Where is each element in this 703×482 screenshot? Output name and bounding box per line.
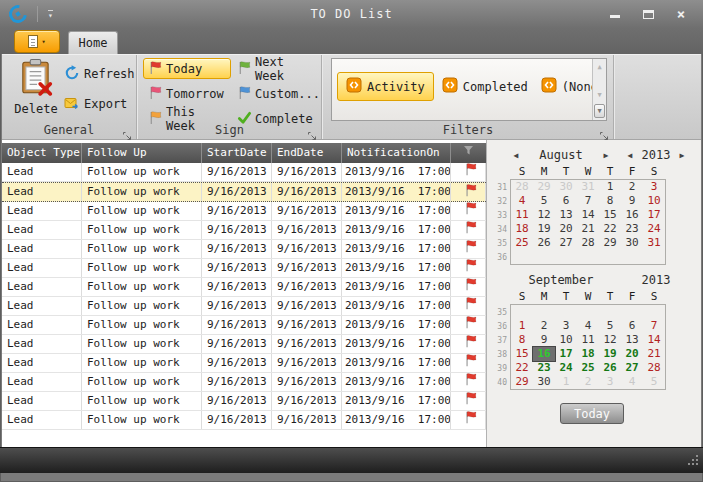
dialog-launcher-icon[interactable] (307, 126, 317, 136)
day-cell[interactable]: 2 (621, 180, 643, 194)
year-prev-button[interactable]: ◀ (623, 151, 637, 160)
day-cell[interactable]: 2 (533, 319, 555, 333)
day-cell[interactable]: 5 (599, 319, 621, 333)
tab-home[interactable]: Home (68, 31, 118, 54)
day-cell[interactable]: 31 (643, 236, 665, 250)
day-cell[interactable]: 10 (555, 333, 577, 347)
day-cell[interactable]: 27 (555, 236, 577, 250)
day-cell[interactable]: 30 (555, 180, 577, 194)
table-row[interactable]: LeadFollow up work9/16/20139/16/20132013… (2, 278, 486, 297)
table-row[interactable]: LeadFollow up work9/16/20139/16/20132013… (2, 259, 486, 278)
table-row[interactable]: LeadFollow up work9/16/20139/16/20132013… (2, 411, 486, 430)
day-cell[interactable]: 5 (533, 194, 555, 208)
day-cell[interactable]: 23 (621, 222, 643, 236)
filter-item-activity[interactable]: Activity (337, 72, 434, 101)
day-cell[interactable]: 25 (577, 361, 599, 375)
table-row[interactable]: LeadFollow up work9/16/20139/16/20132013… (2, 297, 486, 316)
day-cell[interactable]: 2 (577, 375, 599, 389)
day-cell[interactable]: 3 (599, 375, 621, 389)
day-cell[interactable]: 5 (643, 375, 665, 389)
application-menu-button[interactable]: ▾ (14, 30, 60, 53)
day-cell[interactable]: 14 (577, 208, 599, 222)
day-cell[interactable]: 6 (621, 319, 643, 333)
table-row[interactable]: LeadFollow up work9/16/20139/16/20132013… (2, 163, 486, 182)
day-cell[interactable]: 13 (621, 333, 643, 347)
day-cell[interactable]: 19 (533, 222, 555, 236)
dialog-launcher-icon[interactable] (122, 126, 132, 136)
day-cell[interactable]: 12 (533, 208, 555, 222)
header-cell-enddate[interactable]: EndDate (272, 143, 342, 163)
day-cell[interactable]: 9 (533, 333, 555, 347)
day-cell[interactable]: 23 (533, 361, 555, 375)
resize-grip[interactable] (687, 452, 700, 471)
day-cell[interactable]: 26 (533, 236, 555, 250)
today-button[interactable]: Today (560, 403, 624, 424)
day-cell[interactable]: 7 (643, 319, 665, 333)
scroll-up-icon[interactable]: ▲ (597, 62, 601, 72)
table-row[interactable]: LeadFollow up work9/16/20139/16/20132013… (2, 202, 486, 221)
filter-item-completed[interactable]: Completed (437, 74, 533, 99)
day-cell[interactable]: 25 (511, 236, 533, 250)
day-cell[interactable]: 28 (577, 236, 599, 250)
sign-button-today[interactable]: Today (143, 58, 231, 79)
day-cell[interactable]: 28 (511, 180, 533, 194)
day-cell[interactable]: 17 (643, 208, 665, 222)
day-cell[interactable]: 20 (621, 347, 643, 361)
day-cell[interactable]: 29 (599, 236, 621, 250)
day-cell[interactable]: 22 (599, 222, 621, 236)
table-row[interactable]: LeadFollow up work9/16/20139/16/20132013… (2, 354, 486, 373)
sign-button-next-week[interactable]: Next Week (232, 58, 320, 79)
day-cell[interactable]: 21 (643, 347, 665, 361)
day-cell[interactable]: 10 (643, 194, 665, 208)
table-row[interactable]: LeadFollow up work9/16/20139/16/20132013… (2, 240, 486, 259)
day-cell[interactable]: 4 (511, 194, 533, 208)
day-cell[interactable]: 15 (599, 208, 621, 222)
day-cell[interactable]: 28 (643, 361, 665, 375)
day-cell[interactable]: 6 (555, 194, 577, 208)
header-cell-notificationon[interactable]: NotificationOn (342, 143, 451, 163)
day-cell[interactable]: 21 (577, 222, 599, 236)
day-cell[interactable]: 24 (643, 222, 665, 236)
month-next-button[interactable]: ▶ (599, 151, 613, 160)
day-cell[interactable]: 3 (555, 319, 577, 333)
day-cell[interactable]: 19 (599, 347, 621, 361)
delete-button[interactable]: Delete (10, 58, 62, 121)
table-row[interactable]: LeadFollow up work9/16/20139/16/20132013… (2, 316, 486, 335)
refresh-button[interactable]: Refresh (64, 64, 135, 84)
day-cell[interactable]: 7 (577, 194, 599, 208)
table-row[interactable]: LeadFollow up work9/16/20139/16/20132013… (2, 221, 486, 240)
day-cell[interactable]: 29 (533, 180, 555, 194)
header-cell-startdate[interactable]: StartDate (202, 143, 272, 163)
day-cell[interactable]: 3 (643, 180, 665, 194)
header-cell-follow-up[interactable]: Follow Up (82, 143, 202, 163)
day-cell[interactable]: 24 (555, 361, 577, 375)
day-cell[interactable]: 9 (621, 194, 643, 208)
scroll-down-icon[interactable]: ▼ (597, 90, 601, 100)
day-cell[interactable]: 17 (555, 347, 577, 361)
scroll-thumb[interactable]: ▼ (594, 104, 605, 118)
day-cell[interactable]: 26 (599, 361, 621, 375)
header-cell-flag[interactable] (451, 143, 486, 163)
table-row[interactable]: LeadFollow up work9/16/20139/16/20132013… (2, 182, 486, 202)
day-cell[interactable]: 15 (511, 347, 533, 361)
filters-scrollbar[interactable]: ▲ ▼ ▼ (592, 59, 606, 120)
day-cell[interactable]: 8 (599, 194, 621, 208)
maximize-button[interactable] (636, 6, 660, 22)
day-cell[interactable]: 14 (643, 333, 665, 347)
sign-button-custom[interactable]: Custom... (232, 83, 320, 104)
day-cell[interactable]: 30 (621, 236, 643, 250)
month-prev-button[interactable]: ◀ (509, 151, 523, 160)
day-cell[interactable]: 13 (555, 208, 577, 222)
day-cell[interactable]: 1 (555, 375, 577, 389)
day-cell-today[interactable]: 16 (533, 347, 555, 361)
day-cell[interactable]: 18 (511, 222, 533, 236)
sign-button-tomorrow[interactable]: Tomorrow (143, 83, 231, 104)
day-cell[interactable]: 1 (511, 319, 533, 333)
minimize-button[interactable] (603, 6, 627, 22)
day-cell[interactable]: 8 (511, 333, 533, 347)
day-cell[interactable]: 29 (511, 375, 533, 389)
day-cell[interactable]: 31 (577, 180, 599, 194)
day-cell[interactable]: 4 (621, 375, 643, 389)
day-cell[interactable]: 22 (511, 361, 533, 375)
dialog-launcher-icon[interactable] (599, 126, 609, 136)
